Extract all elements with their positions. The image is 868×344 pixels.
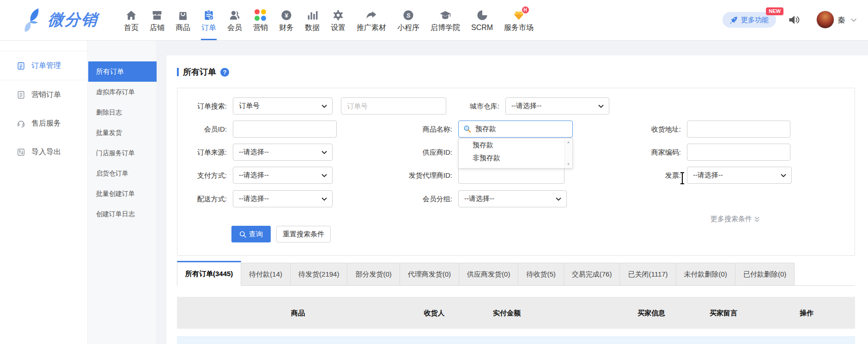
dropdown-option[interactable]: 非预存款	[459, 151, 572, 164]
tab-partial-shipment[interactable]: 部分发货(0)	[347, 263, 400, 285]
more-features-button[interactable]: 更多功能 NEW	[722, 12, 776, 28]
user-menu-chevron-down-icon[interactable]	[850, 18, 857, 22]
brand-logo[interactable]: 微分销	[24, 7, 98, 32]
miniprogram-icon: S	[402, 9, 415, 22]
order-status-tabs: 所有订单(3445) 待付款(14) 待发货(2194) 部分发货(0) 代理商…	[177, 261, 855, 286]
sidebar-item-order-management[interactable]: 订单管理	[0, 51, 87, 80]
tab-unpaid-deleted[interactable]: 未付款删除(0)	[676, 263, 735, 285]
tab-pending-payment[interactable]: 待付款(14)	[241, 263, 291, 285]
tab-all-orders[interactable]: 所有订单(3445)	[177, 261, 241, 286]
tab-supplier-shipment[interactable]: 供应商发货(0)	[459, 263, 518, 285]
nav-label: 店铺	[150, 24, 164, 31]
brand-name: 微分销	[47, 9, 98, 30]
reset-search-button[interactable]: 重置搜索条件	[276, 226, 331, 242]
tab-pending-receipt[interactable]: 待收货(5)	[518, 263, 564, 285]
user-avatar[interactable]	[816, 11, 834, 29]
ship-agent-label: 发货代理商ID:	[409, 171, 452, 180]
ship-agent-input[interactable]	[458, 167, 565, 184]
nav-item-scrm[interactable]: SCRM	[466, 0, 498, 40]
marketing-icon	[255, 9, 267, 22]
member-id-field: 会员ID:	[233, 121, 337, 138]
ship-agent-field: 发货代理商ID:	[458, 167, 565, 184]
sidebar-item-after-sales[interactable]: 售后服务	[0, 109, 87, 138]
query-button[interactable]: 查询	[231, 226, 271, 242]
text-cursor	[682, 172, 683, 184]
nav-item-orders[interactable]: 订单	[196, 0, 222, 40]
rocket-icon	[730, 16, 738, 24]
delivery-method-select[interactable]: --请选择--	[233, 190, 333, 207]
nav-item-marketing[interactable]: 营销	[248, 0, 273, 40]
nav-item-home[interactable]: 首页	[118, 0, 144, 40]
merchant-code-input[interactable]	[687, 144, 790, 161]
scroll-up-icon[interactable]: ▲	[567, 139, 571, 145]
city-warehouse-select[interactable]: --请选择--	[505, 97, 609, 115]
submenu-item-batch-create-orders[interactable]: 批量创建订单	[88, 183, 157, 204]
share-arrow-icon	[365, 9, 378, 22]
submenu-item-batch-shipping[interactable]: 批量发货	[88, 122, 157, 143]
nav-item-service-market[interactable]: H 服务市场	[498, 0, 539, 40]
nav-item-goods[interactable]: 商品	[170, 0, 196, 40]
member-icon	[229, 9, 241, 22]
invoice-field: 发票: --请选择--	[687, 167, 792, 184]
order-no-input[interactable]	[341, 97, 446, 115]
order-no-field	[341, 97, 446, 115]
mini-s-symbol: S	[407, 12, 411, 19]
submenu-item-qihuo-warehouse-orders[interactable]: 启货仓订单	[88, 163, 157, 183]
tab-agent-shipment[interactable]: 代理商发货(0)	[400, 263, 459, 285]
tab-closed[interactable]: 已关闭(1117)	[619, 263, 676, 285]
announcement-speaker-icon[interactable]	[788, 13, 801, 26]
nav-item-members[interactable]: 会员	[222, 0, 248, 40]
nav-item-academy[interactable]: 启博学院	[425, 0, 466, 40]
merchant-code-field: 商家编码:	[687, 144, 790, 161]
username[interactable]: 秦	[838, 15, 845, 25]
column-buyer-info: 买家信息	[637, 308, 665, 317]
nav-item-data[interactable]: 数据	[299, 0, 325, 40]
member-group-select[interactable]: --请选择--	[458, 190, 567, 207]
sidebar-item-import-export[interactable]: 导入导出	[0, 138, 87, 166]
nav-label: 财务	[279, 24, 294, 31]
pie-chart-icon	[476, 9, 488, 22]
dropdown-option[interactable]: 预存款	[459, 139, 572, 151]
submenu-item-delete-log[interactable]: 删除日志	[88, 102, 157, 122]
dropdown-scrollbar[interactable]: ▲ ▼	[565, 139, 572, 168]
scroll-down-icon[interactable]: ▼	[567, 161, 571, 168]
submenu-item-virtual-stock-orders[interactable]: 虚拟库存订单	[88, 82, 157, 102]
invoice-label: 发票:	[665, 171, 681, 180]
sidebar-item-marketing-orders[interactable]: 营销订单	[0, 80, 87, 109]
order-source-select[interactable]: --请选择--	[233, 144, 333, 161]
pay-method-select[interactable]: --请选择--	[233, 167, 333, 184]
help-icon[interactable]: ?	[220, 68, 229, 77]
graduation-cap-icon	[439, 9, 452, 22]
more-search-conditions-link[interactable]: 更多搜索条件	[710, 215, 760, 223]
nav-item-store[interactable]: 店铺	[144, 0, 170, 40]
home-icon	[125, 9, 138, 22]
nav-item-finance[interactable]: ¥ 财务	[273, 0, 299, 40]
nav-label: 营销	[253, 24, 268, 31]
nav-item-miniprogram[interactable]: S 小程序	[392, 0, 425, 40]
submenu-item-all-orders[interactable]: 所有订单	[88, 61, 157, 82]
double-chevron-down-icon	[754, 216, 760, 223]
member-id-input[interactable]	[233, 121, 337, 138]
sidebar-item-label: 营销订单	[31, 90, 61, 100]
order-search-type-field: 订单搜索: 订单号	[233, 97, 333, 115]
receive-address-field: 收货地址:	[687, 121, 790, 138]
invoice-select[interactable]: --请选择--	[687, 167, 792, 184]
goods-icon	[177, 9, 189, 22]
supplier-id-label: 供应商ID:	[423, 148, 452, 157]
nav-label: 小程序	[397, 24, 419, 31]
submenu-item-create-order-log[interactable]: 创建订单日志	[88, 204, 157, 224]
order-source-label: 订单来源:	[197, 148, 227, 157]
top-navigation: 微分销 首页 店铺	[0, 0, 868, 41]
delivery-method-label: 配送方式:	[197, 194, 227, 203]
submenu-item-store-service-orders[interactable]: 门店服务订单	[88, 143, 157, 163]
receive-address-input[interactable]	[687, 121, 790, 138]
nav-item-settings[interactable]: 设置	[325, 0, 351, 40]
more-search-label: 更多搜索条件	[710, 215, 752, 223]
nav-item-promo-material[interactable]: 推广素材	[351, 0, 392, 40]
product-name-input[interactable]: 预存款	[458, 121, 573, 138]
order-search-type-select[interactable]: 订单号	[233, 97, 333, 115]
document-icon	[17, 91, 25, 99]
tab-paid-deleted[interactable]: 已付款删除(0)	[735, 263, 795, 285]
tab-completed[interactable]: 交易完成(76)	[564, 263, 620, 285]
tab-pending-shipment[interactable]: 待发货(2194)	[290, 263, 347, 285]
